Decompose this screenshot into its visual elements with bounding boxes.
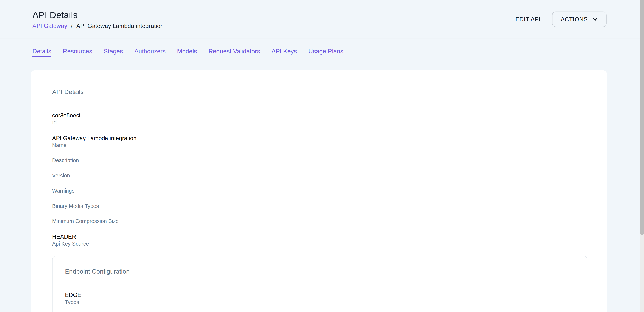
endpoint-configuration-card: Endpoint Configuration EDGE Types Vpc En… [52,256,588,312]
endpoint-configuration-heading: Endpoint Configuration [65,268,574,275]
field-label: Name [52,142,588,149]
page-header-actions: EDIT API ACTIONS [511,12,607,27]
field-id: cor3o5oeci Id [52,112,588,126]
card-heading: API Details [52,88,588,96]
breadcrumb-current: API Gateway Lambda integration [76,22,164,29]
main-content: API Details cor3o5oeci Id API Gateway La… [0,63,644,312]
tab-usage-plans[interactable]: Usage Plans [308,48,343,54]
page-header: API Details API Gateway / API Gateway La… [0,0,644,39]
field-types: EDGE Types [65,292,574,306]
field-value: EDGE [65,292,574,298]
actions-menu-button[interactable]: ACTIONS [552,12,607,27]
field-minimum-compression-size: Minimum Compression Size [52,218,588,225]
field-label: Binary Media Types [52,203,588,209]
field-label: Api Key Source [52,241,588,247]
api-details-card: API Details cor3o5oeci Id API Gateway La… [31,70,607,312]
field-version: Version [52,172,588,179]
field-value: cor3o5oeci [52,112,588,119]
tab-request-validators[interactable]: Request Validators [208,48,260,54]
breadcrumb: API Gateway / API Gateway Lambda integra… [32,22,164,29]
field-binary-media-types: Binary Media Types [52,203,588,209]
tab-details[interactable]: Details [32,48,51,54]
tab-authorizers[interactable]: Authorizers [134,48,166,54]
field-label: Version [52,172,588,179]
page-header-left: API Details API Gateway / API Gateway La… [32,10,164,29]
edit-api-button[interactable]: EDIT API [511,13,545,26]
field-description: Description [52,157,588,164]
breadcrumb-separator: / [71,22,72,29]
field-warnings: Warnings [52,188,588,194]
scrollbar[interactable] [640,0,644,312]
tab-stages[interactable]: Stages [104,48,123,54]
field-value: HEADER [52,233,588,240]
field-label: Warnings [52,188,588,194]
field-label: Description [52,157,588,164]
field-label: Types [65,299,574,306]
breadcrumb-link-api-gateway[interactable]: API Gateway [32,22,67,29]
field-api-key-source: HEADER Api Key Source [52,233,588,247]
page-title: API Details [32,10,164,20]
tab-bar: Details Resources Stages Authorizers Mod… [0,39,644,63]
tab-api-keys[interactable]: API Keys [272,48,297,54]
scrollbar-thumb[interactable] [640,0,644,235]
actions-menu-label: ACTIONS [561,16,588,22]
field-name: API Gateway Lambda integration Name [52,135,588,149]
field-label: Id [52,120,588,126]
chevron-down-icon [592,16,598,22]
field-value: API Gateway Lambda integration [52,135,588,141]
tab-models[interactable]: Models [177,48,197,54]
tab-resources[interactable]: Resources [63,48,92,54]
field-label: Minimum Compression Size [52,218,588,225]
api-details-page: API Details API Gateway / API Gateway La… [0,0,644,312]
